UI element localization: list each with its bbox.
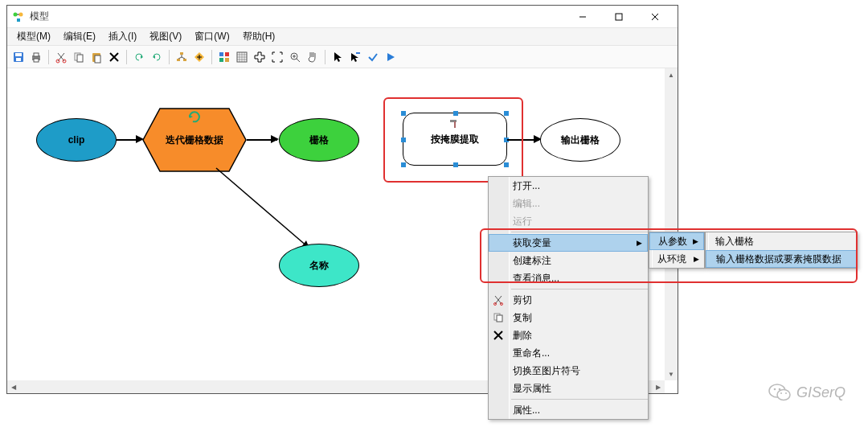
scroll-down-icon[interactable]: ▼ — [665, 367, 678, 380]
toolbar — [7, 46, 678, 68]
close-button[interactable] — [637, 6, 673, 27]
window-title: 模型 — [30, 10, 564, 23]
node-iterate[interactable]: 迭代栅格数据 — [142, 108, 247, 172]
node-label: 按掩膜提取 — [431, 133, 479, 146]
node-label: 栅格 — [309, 133, 329, 147]
validate-icon[interactable] — [365, 49, 381, 65]
ctx-cut[interactable]: 剪切 — [489, 291, 648, 309]
menu-model[interactable]: 模型(M) — [10, 28, 57, 45]
ctx-delete[interactable]: 删除 — [489, 326, 648, 344]
param-input-mask[interactable]: 输入栅格数据或要素掩膜数据 — [706, 250, 857, 268]
menu-view[interactable]: 视图(V) — [143, 28, 188, 45]
watermark: GISerQ — [768, 380, 845, 404]
cross-icon[interactable] — [252, 49, 268, 65]
save-icon[interactable] — [10, 49, 27, 65]
submenu-arrow-icon: ▶ — [694, 255, 699, 263]
scrollbar-vertical[interactable]: ▲ ▼ — [665, 68, 678, 380]
node-clip[interactable]: clip — [36, 118, 117, 162]
svg-point-0 — [14, 12, 18, 16]
scroll-left-icon[interactable]: ◀ — [7, 380, 20, 393]
menu-edit[interactable]: 编辑(E) — [57, 28, 102, 45]
svg-rect-33 — [497, 315, 502, 322]
arrow-head-icon — [271, 135, 279, 143]
svg-point-1 — [19, 12, 23, 16]
loop-icon — [186, 111, 203, 124]
context-menu: 打开... 编辑... 运行 获取变量▶ 创建标注 查看消息... 剪切 复制 … — [488, 176, 649, 420]
grid1-icon[interactable] — [216, 49, 232, 65]
svg-point-38 — [780, 392, 782, 394]
ctx-rename[interactable]: 重命名... — [489, 344, 648, 362]
cut-icon[interactable] — [53, 49, 69, 65]
maximize-button[interactable] — [600, 6, 637, 27]
ctx-show-properties[interactable]: 显示属性 — [489, 380, 648, 397]
svg-rect-8 — [34, 53, 39, 56]
node-extract[interactable]: 按掩膜提取 — [403, 113, 507, 166]
wechat-icon — [768, 380, 792, 404]
undo-icon[interactable] — [131, 49, 147, 65]
hammer-icon — [448, 117, 461, 129]
scroll-right-icon[interactable]: ▶ — [652, 380, 665, 393]
print-icon[interactable] — [28, 49, 44, 65]
zoom-in-icon[interactable] — [287, 49, 303, 65]
connect-icon[interactable] — [347, 49, 363, 65]
ctx-edit: 编辑... — [489, 195, 648, 212]
svg-rect-20 — [225, 52, 229, 56]
svg-rect-16 — [180, 52, 183, 55]
menu-bar: 模型(M) 编辑(E) 插入(I) 视图(V) 窗口(W) 帮助(H) — [7, 28, 678, 46]
svg-rect-9 — [34, 59, 39, 62]
param-input-raster[interactable]: 输入栅格 — [706, 232, 857, 250]
node-label: 名称 — [309, 259, 329, 273]
submenu-from-env[interactable]: 从环境▶ — [649, 250, 704, 268]
pan-icon[interactable] — [305, 49, 321, 65]
ctx-copy[interactable]: 复制 — [489, 309, 648, 326]
menu-insert[interactable]: 插入(I) — [102, 28, 143, 45]
svg-rect-22 — [225, 58, 229, 62]
svg-rect-3 — [616, 14, 622, 20]
ctx-get-variable[interactable]: 获取变量▶ — [489, 234, 648, 252]
svg-rect-13 — [77, 55, 83, 62]
edge — [215, 166, 319, 255]
node-output[interactable]: 输出栅格 — [540, 118, 620, 162]
node-label: 输出栅格 — [561, 133, 600, 147]
svg-rect-21 — [219, 58, 223, 62]
svg-point-36 — [774, 388, 776, 391]
add-icon[interactable] — [191, 49, 207, 65]
svg-line-26 — [216, 168, 308, 247]
ctx-view-messages[interactable]: 查看消息... — [489, 269, 648, 287]
submenu-arrow-icon: ▶ — [637, 239, 642, 247]
delete-icon[interactable] — [106, 49, 122, 65]
ctx-properties[interactable]: 属性... — [489, 401, 648, 419]
fullscreen-icon[interactable] — [269, 49, 285, 65]
menu-help[interactable]: 帮助(H) — [236, 28, 282, 45]
copy-icon — [492, 311, 505, 324]
paste-icon[interactable] — [88, 49, 104, 65]
menu-window[interactable]: 窗口(W) — [188, 28, 235, 45]
run-icon[interactable] — [383, 49, 399, 65]
copy-icon[interactable] — [71, 49, 87, 65]
svg-rect-17 — [177, 59, 180, 61]
node-raster[interactable]: 栅格 — [279, 118, 359, 162]
redo-icon[interactable] — [149, 49, 165, 65]
svg-rect-6 — [16, 58, 21, 61]
svg-rect-5 — [15, 53, 22, 56]
ctx-switch-symbol[interactable]: 切换至图片符号 — [489, 362, 648, 380]
node-label: clip — [68, 134, 85, 146]
cut-icon — [492, 294, 505, 306]
ctx-run: 运行 — [489, 212, 648, 230]
arrow-head-icon — [136, 135, 144, 143]
submenu-from-param[interactable]: 从参数▶ — [649, 232, 704, 250]
submenu-source: 从参数▶ 从环境▶ — [649, 232, 705, 269]
svg-point-39 — [785, 392, 787, 394]
ctx-create-label[interactable]: 创建标注 — [489, 252, 648, 269]
ctx-open[interactable]: 打开... — [489, 177, 648, 195]
svg-point-37 — [779, 388, 781, 391]
svg-rect-2 — [17, 18, 20, 22]
grid2-icon[interactable] — [234, 49, 250, 65]
svg-rect-15 — [95, 55, 100, 63]
watermark-text: GISerQ — [796, 384, 845, 401]
node-name[interactable]: 名称 — [279, 244, 359, 287]
scroll-up-icon[interactable]: ▲ — [665, 68, 678, 81]
minimize-button[interactable] — [564, 6, 600, 27]
autolayout-icon[interactable] — [174, 49, 190, 65]
pointer-icon[interactable] — [330, 49, 346, 65]
